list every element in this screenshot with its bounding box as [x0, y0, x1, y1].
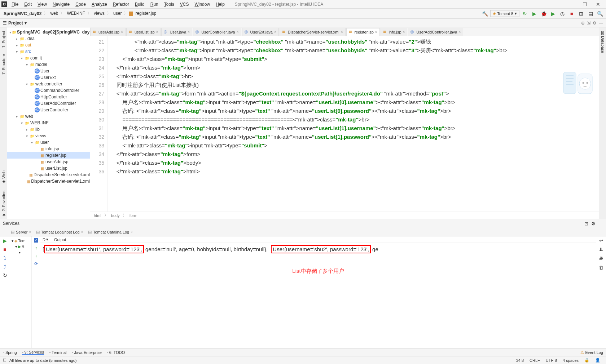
tree-node[interactable]: ⒸCommandController	[7, 87, 90, 94]
reload-icon[interactable]: ⟳	[34, 261, 38, 266]
chevron-down-icon[interactable]: ▾	[25, 21, 27, 26]
services-tab[interactable]: ▤Tomcat Catalina Log×	[88, 230, 133, 234]
services-tab[interactable]: ▤Server×	[11, 230, 31, 234]
web-tool-tab[interactable]: ◈ Web	[1, 169, 6, 186]
menu-edit[interactable]: Edit	[21, 1, 35, 8]
run-icon[interactable]: ▶	[3, 238, 7, 244]
tree-node[interactable]: ⒸUserExt	[7, 74, 90, 81]
structure-tool-tab[interactable]: 7: Structure	[1, 53, 6, 76]
coverage-button[interactable]: ▶	[549, 10, 557, 18]
wrap-icon[interactable]: ↩	[599, 238, 603, 243]
minimize-button[interactable]: —	[565, 1, 578, 7]
select-file-icon[interactable]: ⊕	[581, 21, 585, 26]
editor-tab[interactable]: ▦info.jsp×	[381, 28, 408, 36]
menu-refactor[interactable]: Refactor	[110, 1, 132, 8]
favorites-tool-tab[interactable]: ★ 2: Favorites	[1, 189, 6, 219]
editor-tab[interactable]: ⒸUserController.java×	[193, 28, 241, 36]
output-d[interactable]: D	[43, 238, 45, 242]
tree-node[interactable]: ▦register.jsp	[7, 152, 90, 159]
tree-node[interactable]: ▾📁views	[7, 133, 90, 139]
rerun-button[interactable]: ↻	[521, 10, 529, 18]
menu-build[interactable]: Build	[132, 1, 148, 8]
hide-icon[interactable]: —	[598, 221, 603, 226]
stop-icon[interactable]: ■	[3, 247, 6, 252]
check-icon[interactable]: ✓	[34, 238, 38, 243]
editor-tab[interactable]: ⒸUser.java×	[161, 28, 192, 36]
inspect-icon[interactable]: 👤	[592, 358, 603, 363]
menu-tools[interactable]: Tools	[161, 1, 177, 8]
breadcrumb-item[interactable]: WEB-INF	[65, 10, 87, 17]
build-button[interactable]: 🔨	[481, 10, 489, 18]
bottom-tab[interactable]: ▫Spring	[3, 350, 17, 355]
editor-tab[interactable]: ▦userAdd.jsp×	[90, 28, 126, 36]
bottom-tab[interactable]: ▫Terminal	[49, 350, 66, 355]
breadcrumb-item[interactable]: views	[92, 10, 106, 17]
refresh-icon[interactable]: ↻	[3, 272, 7, 278]
output-body[interactable]: [User{username='shu1', password='123', g…	[40, 243, 596, 348]
menu-file[interactable]: File	[9, 1, 21, 8]
event-log-tab[interactable]: ⚠Event Log	[580, 350, 603, 355]
run-button[interactable]: ▶	[530, 10, 538, 18]
tree-node[interactable]: ▾📁SpringMVC_day02 [SpringMVC_day01]	[7, 29, 90, 35]
tree-node[interactable]: ▦info.jsp	[7, 146, 90, 152]
code-path-item[interactable]: form	[129, 213, 137, 218]
tree-node[interactable]: ▾📁user	[7, 139, 90, 146]
code-area[interactable]: 21222324252627282930313233343536 <"mk-at…	[90, 36, 599, 212]
menu-help[interactable]: Help	[213, 1, 228, 8]
step-icon[interactable]: ⤵	[4, 255, 6, 261]
debug-button[interactable]: 🐞	[540, 10, 548, 18]
indent[interactable]: 4 spaces	[560, 358, 581, 363]
menu-view[interactable]: View	[35, 1, 50, 8]
menu-run[interactable]: Run	[148, 1, 161, 8]
bottom-tab[interactable]: ▫9: Services	[22, 350, 44, 355]
database-tool-tab[interactable]: 🗄 Database	[601, 30, 605, 54]
bottom-tab[interactable]: ▫Java Enterprise	[72, 350, 102, 355]
project-tree[interactable]: ▾📁SpringMVC_day02 [SpringMVC_day01]▸📁.id…	[7, 27, 90, 219]
tree-node[interactable]: ▸📁lib	[7, 126, 90, 133]
tree-node[interactable]: ▦DispatcherServlet-servlet1.xml	[7, 178, 90, 185]
lock-icon[interactable]: 🔒	[581, 358, 592, 363]
step-icon[interactable]: ⤴	[4, 264, 6, 270]
editor-tab[interactable]: ▦register.jsp×	[346, 28, 380, 36]
tree-node[interactable]: ⒸUserController	[7, 107, 90, 113]
cursor-position[interactable]: 34:8	[513, 358, 527, 363]
tree-node[interactable]: ▦userList.jsp	[7, 165, 90, 172]
filter-icon[interactable]: ⊡	[584, 221, 588, 226]
tree-node[interactable]: ▾📁WEB-INF	[7, 120, 90, 126]
menu-navigate[interactable]: Navigate	[50, 1, 73, 8]
line-separator[interactable]: CRLF	[527, 358, 543, 363]
tree-node[interactable]: ▾📁com.it	[7, 55, 90, 61]
bottom-tab[interactable]: ▫6: TODO	[107, 350, 125, 355]
tree-node[interactable]: ⒸHttpController	[7, 94, 90, 100]
tree-node[interactable]: ▦userAdd.jsp	[7, 159, 90, 165]
maximize-button[interactable]: ☐	[578, 1, 592, 7]
editor-tab[interactable]: ⒸUserExt.java×	[242, 28, 279, 36]
services-tree[interactable]: ▾◈Tom ▾▶R ▸	[10, 236, 32, 348]
hide-icon[interactable]: —	[599, 21, 603, 26]
down-icon[interactable]: ↓	[35, 253, 37, 258]
code-breadcrumb[interactable]: html〉body〉form	[90, 212, 599, 219]
menu-window[interactable]: Window	[192, 1, 213, 8]
encoding[interactable]: UTF-8	[543, 358, 560, 363]
tree-node[interactable]: ⒸUserAddController	[7, 100, 90, 107]
tree-node[interactable]: ⒸUser	[7, 68, 90, 74]
menu-analyze[interactable]: Analyze	[89, 1, 110, 8]
tree-node[interactable]: ▾📁web.controller	[7, 81, 90, 87]
stop-button[interactable]: ■	[568, 10, 576, 18]
breadcrumb-item[interactable]: web	[49, 10, 60, 17]
trash-icon[interactable]: 🗑	[599, 265, 603, 270]
print-icon[interactable]: 🖶	[599, 256, 603, 261]
menu-vcs[interactable]: VCS	[177, 1, 192, 8]
code-path-item[interactable]: body	[111, 213, 120, 218]
update-button[interactable]: ⊞	[577, 10, 585, 18]
gear-icon[interactable]: ⚙	[591, 221, 596, 226]
project-tool-tab[interactable]: 1: Project	[1, 30, 6, 49]
editor-tab[interactable]: ▦userList.jsp×	[126, 28, 161, 36]
menu-code[interactable]: Code	[73, 1, 89, 8]
editor-tab[interactable]: ⒸUserAddController.java×	[408, 28, 463, 36]
tree-node[interactable]: ▾📁model	[7, 61, 90, 68]
close-button[interactable]: ✕	[592, 1, 605, 7]
tree-node[interactable]: ▾📁src	[7, 48, 90, 55]
run-config-select[interactable]: ◈ Tomcat 8 ▾	[490, 10, 519, 17]
profile-button[interactable]: ◷	[558, 10, 566, 18]
